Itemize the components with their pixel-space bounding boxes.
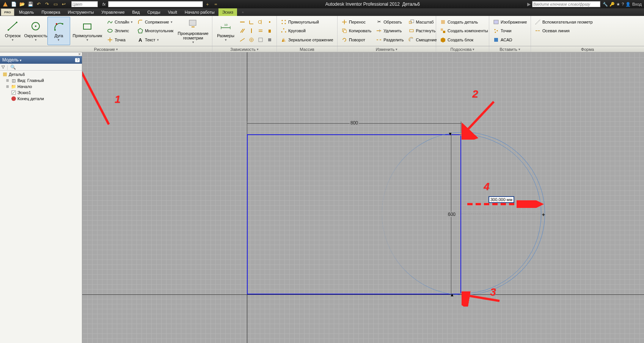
constraint-vert-icon[interactable]: [247, 27, 256, 35]
panel-label-base[interactable]: Подоснова ▾: [436, 46, 489, 52]
constraint-concentric-icon[interactable]: [247, 36, 256, 44]
color-input[interactable]: [71, 1, 98, 7]
centerline-button[interactable]: Осевая линия: [534, 27, 594, 35]
menu-tools[interactable]: Инструменты: [64, 8, 98, 16]
constraint-equal-icon[interactable]: [256, 27, 265, 35]
save-icon[interactable]: 💾: [27, 1, 34, 8]
canvas-area[interactable]: 800 600 300,000 мм ✦ ▲ ▲ 1 2 3: [82, 52, 644, 343]
constraint-horiz-icon[interactable]: [238, 18, 247, 26]
trim-button[interactable]: ✂Обрезать: [375, 18, 405, 26]
dimension-button[interactable]: 10 Размеры▾: [214, 17, 237, 45]
points-button[interactable]: Точки: [492, 27, 528, 35]
redo-icon[interactable]: ↷: [43, 1, 51, 8]
key-icon[interactable]: 🔑: [609, 2, 615, 7]
rect-button[interactable]: Прямоугольник▾: [70, 17, 105, 45]
dimension-input[interactable]: 300,000 мм: [488, 196, 514, 203]
new-icon[interactable]: 📄: [10, 1, 17, 8]
points-label: Точки: [501, 28, 511, 33]
constraint-fix-icon[interactable]: [265, 27, 274, 35]
menu-env[interactable]: Среды: [143, 8, 164, 16]
point-button[interactable]: Точка: [106, 36, 134, 44]
createpart-button[interactable]: Создать деталь: [439, 18, 489, 26]
fillet-button[interactable]: Сопряжение ▾: [136, 18, 174, 26]
constraint-show-icon[interactable]: [256, 36, 265, 44]
constraint-settings-icon[interactable]: [265, 36, 274, 44]
fx-eq-icon[interactable]: ＝: [212, 1, 220, 8]
return-icon[interactable]: ↩: [60, 1, 68, 8]
menu-start[interactable]: Начало работы: [181, 8, 218, 16]
extend-button[interactable]: Удлинить: [375, 27, 405, 35]
circle-button[interactable]: Окружность▾: [24, 17, 47, 45]
help-icon[interactable]: ?: [622, 2, 624, 6]
svg-point-33: [282, 20, 283, 21]
menu-manage[interactable]: Управление: [97, 8, 128, 16]
copy-button[interactable]: Копировать: [340, 27, 372, 35]
login-label[interactable]: Вход: [632, 2, 642, 6]
qat-right-arrow[interactable]: ▶: [526, 2, 532, 7]
createblock-button[interactable]: Создать блок: [439, 36, 489, 44]
createcomp-icon: [440, 28, 446, 34]
menu-sketch[interactable]: Эскиз: [218, 8, 237, 16]
tool-icon[interactable]: 🔧: [603, 2, 608, 7]
array-circ-button[interactable]: Круговой: [280, 27, 335, 35]
createcomp-button[interactable]: Создать компоненты: [439, 27, 489, 35]
constraint-parallel-icon[interactable]: [238, 27, 247, 35]
constraint-perp-icon[interactable]: [247, 18, 256, 26]
text-button[interactable]: AТекст ▾: [136, 36, 174, 44]
model-help-icon[interactable]: ?: [75, 58, 80, 62]
tree-sketch[interactable]: Эскиз1: [1, 90, 81, 96]
dim-width-value[interactable]: 800: [350, 120, 359, 126]
project-button[interactable]: Проецирование геометрии▾: [176, 17, 210, 45]
select-icon[interactable]: ▭: [52, 1, 59, 8]
pro-badge[interactable]: PRO: [1, 8, 14, 16]
fx-plus-icon[interactable]: ＋: [204, 1, 211, 8]
array-mirror-button[interactable]: Зеркальное отражение: [280, 36, 335, 44]
panel-label-format[interactable]: Форма: [531, 46, 644, 52]
offset-button[interactable]: Смещение: [407, 36, 438, 44]
spline-button[interactable]: Сплайн ▾: [106, 18, 134, 26]
tree-end[interactable]: Конец детали: [1, 96, 81, 102]
tree-root[interactable]: Деталь6: [1, 71, 81, 77]
scale-button[interactable]: Масштаб: [407, 18, 438, 26]
stretch-button[interactable]: Растянуть: [407, 27, 438, 35]
array-rect-button[interactable]: Прямоугольный: [280, 18, 335, 26]
ellipse-button[interactable]: Эллипс: [106, 27, 134, 35]
tree-origin[interactable]: ⊞📁Начало: [1, 83, 81, 90]
menu-check[interactable]: Проверка: [38, 8, 64, 16]
menu-extra-icon[interactable]: ▫: [237, 8, 248, 16]
filter-icon[interactable]: ▽: [2, 65, 5, 69]
panel-label-constraint[interactable]: Зависимость ▾: [212, 46, 277, 52]
arc-button[interactable]: Дуга▾: [47, 17, 70, 45]
menu-view[interactable]: Вид: [129, 8, 144, 16]
panel-close-icon[interactable]: ✕: [78, 52, 82, 56]
polygon-button[interactable]: Многоугольник: [136, 27, 174, 35]
split-button[interactable]: Разделить: [375, 36, 405, 44]
fx-input[interactable]: [108, 1, 203, 7]
user-icon[interactable]: 👤: [625, 2, 631, 7]
construction-button[interactable]: Вспомогательная геометр: [534, 18, 594, 26]
rotate-button[interactable]: Поворот: [340, 36, 372, 44]
move-button[interactable]: Перенос: [340, 18, 372, 26]
panel-label-insert[interactable]: Вставить ▾: [489, 46, 531, 52]
svg-rect-41: [344, 30, 346, 33]
menu-vault[interactable]: Vault: [164, 8, 181, 16]
tree-view[interactable]: ⊞◫Вид: Главный: [1, 77, 81, 83]
constraint-colinear-icon[interactable]: [238, 36, 247, 44]
centerline-icon: [535, 28, 541, 34]
acad-button[interactable]: ACAD: [492, 36, 528, 44]
find-icon[interactable]: 🔍: [10, 65, 16, 70]
search-input[interactable]: [532, 1, 600, 7]
svg-rect-60: [3, 72, 7, 76]
image-button[interactable]: Изображение: [492, 18, 528, 26]
constraint-coincident-icon[interactable]: [265, 18, 274, 26]
menu-model[interactable]: Модель: [15, 8, 38, 16]
undo-icon[interactable]: ↶: [35, 1, 42, 8]
panel-label-draw[interactable]: Рисование ▾: [0, 46, 212, 52]
open-icon[interactable]: 📂: [18, 1, 26, 8]
app-icon[interactable]: [2, 1, 9, 8]
panel-label-array[interactable]: Массив: [277, 46, 338, 52]
constraint-tangent-icon[interactable]: [256, 18, 265, 26]
star-icon[interactable]: ★: [616, 2, 620, 7]
panel-label-modify[interactable]: Изменить ▾: [338, 46, 436, 52]
segment-button[interactable]: Отрезок▾: [2, 17, 24, 45]
